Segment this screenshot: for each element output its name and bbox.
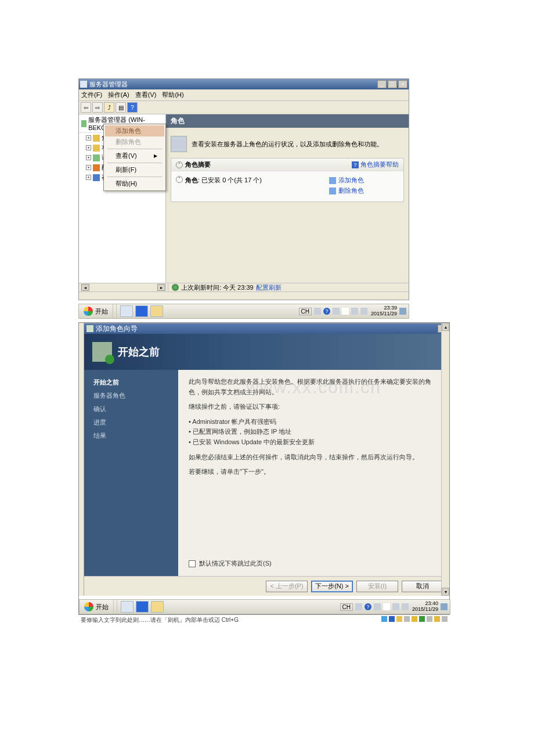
nav-forward-button[interactable]: ⇨ [92, 102, 103, 113]
properties-button[interactable]: ▤ [116, 102, 126, 113]
task-server-manager-icon[interactable] [121, 601, 134, 613]
host-icon[interactable] [442, 616, 448, 622]
ime-indicator[interactable]: CH [340, 603, 353, 611]
next-button[interactable]: 下一步(N) > [311, 581, 353, 592]
skip-label: 默认情况下将跳过此页(S) [199, 559, 272, 569]
tray-help-icon[interactable]: ? [365, 603, 371, 610]
install-button[interactable]: 安装(I) [356, 581, 398, 592]
menu-file[interactable]: 文件(F) [81, 91, 102, 99]
help-button[interactable]: ? [127, 102, 138, 113]
tray-network-icon[interactable] [392, 603, 399, 610]
tray-help-icon[interactable]: ? [323, 308, 330, 315]
expand-icon[interactable]: + [86, 175, 91, 180]
nav-back-button[interactable]: ⇦ [81, 102, 91, 113]
collapse-icon[interactable]: ˄ [176, 176, 183, 183]
scroll-down-button[interactable]: ▾ [442, 588, 449, 596]
host-icon[interactable] [427, 616, 432, 622]
nav-confirm[interactable]: 确认 [84, 402, 178, 416]
remove-role-link[interactable]: 删除角色 [329, 186, 399, 195]
content-panel: 角色 查看安装在服务器上角色的运行状况，以及添加或删除角色和功能。 ˄ 角色摘要… [166, 114, 409, 283]
clock[interactable]: 23:39 2015/11/29 [371, 305, 397, 317]
wizard-titlebar[interactable]: 添加角色向导 × [84, 323, 449, 334]
show-desktop-button[interactable] [399, 308, 406, 315]
maximize-button[interactable]: □ [388, 80, 397, 88]
tray-flag-icon[interactable] [383, 603, 390, 610]
scroll-left-button[interactable]: ◂ [81, 284, 89, 291]
expand-icon[interactable]: + [86, 165, 91, 170]
scroll-up-button[interactable]: ▴ [442, 323, 449, 331]
tray-flag-icon[interactable] [342, 308, 349, 315]
tray-icon[interactable] [314, 308, 321, 315]
previous-button[interactable]: < 上一步(P) [266, 581, 308, 592]
panel-help-link[interactable]: ? 角色摘要帮助 [352, 160, 399, 169]
separator [107, 177, 162, 177]
help-icon: ? [352, 161, 359, 168]
ctx-view[interactable]: 查看(V)▶ [105, 150, 164, 161]
host-icon[interactable] [381, 616, 387, 622]
scroll-track[interactable] [442, 331, 449, 588]
close-button[interactable]: × [398, 80, 407, 88]
wizard-icon [86, 325, 93, 332]
nav-results[interactable]: 结果 [84, 429, 178, 442]
section-header: 角色 [166, 114, 409, 128]
installed-roles-value: : 已安装 0 个(共 17 个) [198, 177, 262, 183]
config-refresh-link[interactable]: 配置刷新 [256, 283, 282, 292]
expand-icon[interactable]: + [86, 155, 91, 160]
nav-before-you-begin[interactable]: 开始之前 [84, 376, 178, 389]
expand-icon[interactable]: + [86, 135, 91, 141]
roles-summary-panel: ˄ 角色摘要 ? 角色摘要帮助 ˄ 角色: 已安装 0 个(共 17 个) [171, 158, 404, 202]
task-powershell-icon[interactable] [135, 305, 148, 317]
tray-volume-icon[interactable] [360, 308, 367, 315]
ctx-add-role[interactable]: 添加角色 [105, 125, 164, 136]
task-explorer-icon[interactable] [150, 305, 163, 317]
vertical-scrollbar[interactable]: ▴ ▾ [441, 323, 449, 596]
expand-icon[interactable]: + [86, 145, 91, 150]
start-button[interactable]: 开始 [80, 600, 114, 614]
tray-network-icon[interactable] [351, 308, 358, 315]
start-button[interactable]: 开始 [79, 304, 113, 318]
task-powershell-icon[interactable] [136, 601, 149, 613]
nav-server-roles[interactable]: 服务器角色 [84, 389, 178, 402]
verify-label: 继续操作之前，请验证以下事项: [189, 402, 439, 412]
clock[interactable]: 23:40 2015/11/29 [412, 601, 438, 613]
pinned-items [117, 305, 167, 317]
ctx-help[interactable]: 帮助(H) [105, 178, 164, 189]
task-explorer-icon[interactable] [151, 601, 164, 613]
bullet-3: 已安装 Windows Update 中的最新安全更新 [189, 437, 439, 448]
minimize-button[interactable]: _ [377, 80, 387, 88]
bullet-2: 已配置网络设置，例如静态 IP 地址 [189, 427, 439, 437]
host-icon[interactable] [419, 616, 425, 622]
host-hint-text: 要修输入文字到此处则……请在「则机」内部单击或迈 Ctrl+G [81, 616, 239, 624]
windows-orb-icon [84, 602, 93, 611]
menu-help[interactable]: 帮助(H) [162, 91, 183, 99]
remove-role-icon [329, 188, 336, 195]
titlebar[interactable]: 服务器管理器 _ □ × [79, 79, 409, 89]
host-icon[interactable] [389, 616, 395, 622]
add-roles-wizard-window: 添加角色向导 × 开始之前 开始之前 服务器角色 确认 进度 结果 [84, 323, 449, 596]
skip-page-option[interactable]: 默认情况下将跳过此页(S) [189, 559, 272, 569]
ctx-refresh[interactable]: 刷新(F) [105, 164, 164, 175]
up-button[interactable]: ⤴ [104, 102, 114, 113]
host-icon[interactable] [412, 616, 417, 622]
show-desktop-button[interactable] [441, 603, 448, 610]
collapse-icon[interactable]: ˄ [176, 161, 183, 168]
host-icon[interactable] [434, 616, 440, 622]
scroll-right-button[interactable]: ▸ [157, 284, 165, 291]
nav-progress[interactable]: 进度 [84, 416, 178, 429]
host-icon[interactable] [396, 616, 402, 622]
tray-icon[interactable] [374, 603, 381, 610]
tray-volume-icon[interactable] [402, 603, 409, 610]
task-server-manager-icon[interactable] [120, 305, 133, 317]
add-role-link[interactable]: 添加角色 [329, 176, 399, 185]
ime-indicator[interactable]: CH [299, 308, 312, 315]
menu-action[interactable]: 操作(A) [108, 91, 129, 99]
tray-icon[interactable] [333, 308, 340, 315]
ctx-remove-role[interactable]: 删除角色 [105, 136, 164, 147]
skip-checkbox[interactable] [189, 560, 196, 567]
tray-icon[interactable] [355, 603, 362, 610]
host-icon[interactable] [404, 616, 410, 622]
cancel-button[interactable]: 取消 [402, 581, 443, 592]
menu-view[interactable]: 查看(V) [135, 91, 157, 99]
wizard-title: 添加角色向导 [96, 324, 438, 334]
taskbar: 开始 CH ? 23:40 2015/11/29 [79, 599, 450, 614]
